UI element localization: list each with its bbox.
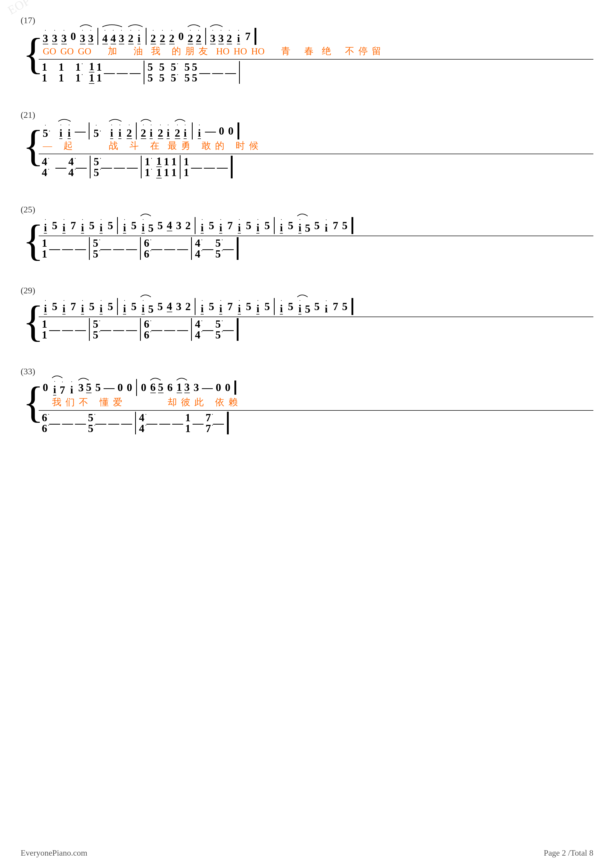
- note: ·i: [79, 218, 86, 234]
- chord: 4·4·: [195, 238, 200, 259]
- section-17: (17) { ·3 ·3 ·3 0 ·3 ·3: [21, 16, 593, 84]
- note: —: [204, 162, 215, 172]
- note: ·3: [42, 28, 49, 44]
- note: 7: [226, 301, 234, 312]
- note: ·3: [79, 28, 86, 44]
- bass-bar-33-1: 6·6· — — — 5·5· — — —: [39, 412, 136, 434]
- note: ·i: [296, 299, 304, 315]
- lyric-cell: 最 勇 敢 的 时 候: [163, 140, 262, 152]
- bass-bar-33-2: 4·4· — — — 11 — 7·7· —: [136, 412, 229, 434]
- lyric-cell: HO HO HO 青 春: [212, 45, 318, 57]
- note: 5: [157, 301, 164, 312]
- note: 0: [116, 382, 124, 393]
- note: ·i: [296, 218, 304, 234]
- footer: EveryonePiano.com Page 2 /Total 8: [21, 848, 593, 858]
- note: —: [217, 162, 228, 172]
- chord: 5·5·: [93, 319, 98, 340]
- chord: 11: [89, 61, 95, 84]
- treble-line-33: 0 ·i ·7 ·i 3 5 5 — 0 0: [39, 379, 593, 396]
- note: ·i: [254, 218, 262, 234]
- note: 5: [88, 301, 95, 312]
- chord: 7·7·: [206, 412, 211, 434]
- bass-line-17: 11 11 1·1· 11 11 — — — 55 55: [39, 59, 593, 84]
- bar-25-3: ·i5 ·i7 ·i5 ·i5: [195, 217, 274, 234]
- note: ·2: [157, 123, 164, 139]
- note: —: [76, 162, 87, 172]
- chord: 5·5·: [94, 156, 99, 178]
- note: 3: [183, 382, 191, 393]
- note: 2: [185, 301, 192, 312]
- note: 6: [149, 382, 157, 393]
- note: —: [75, 126, 85, 136]
- note: —: [225, 67, 236, 78]
- note: 0: [177, 31, 185, 42]
- lyrics-line-33: 我 们 不 懂 爱 却 彼 此 依 赖: [39, 396, 593, 409]
- chord: 6·6·: [42, 412, 47, 434]
- section-33: (33) { 0 ·i ·7 ·i 3 5: [21, 367, 593, 434]
- note: ·3: [209, 28, 216, 44]
- note: 0: [70, 31, 77, 42]
- lyric-cell: GO GO GO 加 油: [39, 45, 147, 57]
- note: ·i: [323, 218, 330, 233]
- note: ·i: [98, 218, 105, 234]
- note: 7: [332, 301, 339, 312]
- note: ·2: [140, 123, 147, 139]
- note: 5: [313, 301, 321, 312]
- bar-21-1: ·5· ·i ·i —: [39, 122, 90, 140]
- note: ·4: [101, 28, 109, 44]
- lyric-cell: 我 们 不 懂 爱: [39, 396, 154, 409]
- note: 4: [166, 301, 173, 312]
- chord: 4·4·: [68, 156, 74, 178]
- note: —: [56, 162, 66, 172]
- note: —: [199, 67, 210, 78]
- note: ·5·: [42, 123, 49, 139]
- section-25: (25) { ·i5 ·i7 ·i5 ·i5 ·i5 ·i5: [21, 205, 593, 260]
- note: ·i: [278, 218, 285, 234]
- chord: 5·5·: [216, 319, 221, 340]
- note: —: [104, 382, 115, 393]
- note: 3: [175, 301, 182, 312]
- bar-29-4: ·i5 ·i5 5 ·i 7 5: [274, 298, 353, 315]
- note: 5: [208, 220, 215, 231]
- note: ·2: [226, 28, 233, 44]
- bass-line-29: 11 — — — 5·5· — — — 6·6· — — —: [39, 316, 593, 341]
- note: ·i: [65, 123, 73, 139]
- chord: 11: [96, 62, 102, 83]
- note: —: [117, 67, 128, 78]
- lyrics-line-21: — 起 战 斗 在 最 勇 敢 的: [39, 140, 593, 152]
- note: ·i: [98, 299, 105, 315]
- bar-17-2: ·4 ·4 ·3 ·2 ·i: [98, 28, 146, 45]
- staff-brace-29: {: [23, 301, 44, 342]
- note: ·i: [181, 123, 189, 139]
- note: ·i: [323, 299, 330, 314]
- chord: 11: [171, 156, 177, 178]
- note: ·i: [68, 380, 75, 395]
- staff-brace-33: {: [23, 381, 44, 423]
- note: 5: [147, 223, 155, 234]
- section-num-21: (21): [21, 110, 593, 120]
- note: 4: [166, 220, 173, 231]
- page: EOP (17) { ·3 ·3 ·3 0 ·3 ·3: [0, 0, 614, 868]
- note: 5: [304, 223, 311, 234]
- note: 5: [147, 304, 155, 315]
- note: —: [101, 162, 112, 172]
- note: 5: [341, 301, 348, 312]
- note: 5: [107, 301, 114, 312]
- note: 0: [224, 382, 231, 393]
- chord: 5·5·: [88, 412, 93, 434]
- note: —: [130, 67, 141, 78]
- note: ·2: [159, 28, 166, 44]
- lyric-cell: 绝 不 停 留: [318, 45, 385, 57]
- chord: 11: [164, 156, 169, 178]
- note: 5: [313, 220, 321, 231]
- bass-bar-29-4: 4·4· — 5·5· —: [192, 318, 239, 341]
- lyric-cell: 战 斗 在: [105, 140, 163, 152]
- bar-25-1: ·i5 ·i7 ·i5 ·i5: [39, 217, 118, 234]
- treble-line-21: ·5· ·i ·i — ·5· ·i ·i: [39, 122, 593, 140]
- note: ·3: [118, 28, 125, 44]
- note: 0: [140, 382, 147, 393]
- chord: 4·4·: [195, 319, 200, 340]
- note: ·3: [60, 28, 68, 44]
- note: ·2: [174, 123, 181, 139]
- note: ·i: [42, 299, 49, 315]
